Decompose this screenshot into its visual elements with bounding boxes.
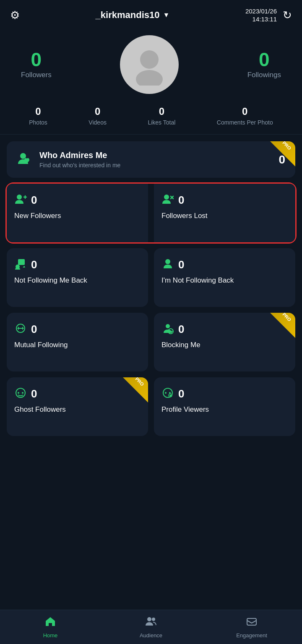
followers-stat[interactable]: 0 Followers <box>21 50 52 79</box>
videos-stat[interactable]: 0 Videos <box>89 106 107 126</box>
svg-point-25 <box>152 618 155 621</box>
mutual-following-label: Mutual Following <box>14 340 141 350</box>
blocking-pro-label: PRO <box>281 313 292 322</box>
followings-label: Followings <box>247 71 281 79</box>
who-admires-card[interactable]: Who Admires Me Find out who's interested… <box>7 141 295 178</box>
nav-engagement[interactable]: Engagement <box>201 615 302 639</box>
profile-section: 0 Followers 0 Followings <box>0 27 302 98</box>
pro-label: PRO <box>281 141 292 151</box>
im-not-following-icon <box>161 257 174 272</box>
im-not-following-count: 0 <box>178 258 184 271</box>
engagement-nav-label: Engagement <box>236 632 267 639</box>
followings-count: 0 <box>259 50 270 69</box>
grid-row-2: 0 Not Following Me Back 0 I'm Not Follow… <box>7 248 295 307</box>
grid-row-4: 0 Ghost Followers PRO 0 <box>7 377 295 436</box>
blocking-me-label: Blocking Me <box>161 340 288 350</box>
comments-count: 0 <box>242 106 247 117</box>
blocking-me-header: 0 <box>161 322 288 336</box>
profile-viewers-count: 0 <box>178 387 184 400</box>
ghost-followers-card[interactable]: 0 Ghost Followers PRO <box>7 377 148 436</box>
svg-point-19 <box>163 388 172 397</box>
not-following-back-count: 0 <box>31 258 37 271</box>
avatar[interactable] <box>120 35 179 94</box>
home-icon <box>44 615 56 630</box>
svg-point-6 <box>164 195 169 200</box>
ghost-followers-icon <box>14 387 27 401</box>
svg-point-2 <box>20 153 26 159</box>
profile-viewers-icon <box>161 387 174 401</box>
ghost-pro-label: PRO <box>134 377 145 387</box>
svg-point-20 <box>165 392 167 394</box>
photos-count: 0 <box>35 106 41 117</box>
new-followers-label: New Followers <box>14 211 141 221</box>
svg-point-24 <box>147 617 151 621</box>
followers-count: 0 <box>31 50 42 69</box>
audience-nav-label: Audience <box>140 632 162 639</box>
who-admires-subtitle: Find out who's interested in me <box>39 162 261 169</box>
svg-point-3 <box>17 195 22 200</box>
mutual-following-count: 0 <box>31 323 37 336</box>
grid-row-3: 0 Mutual Following 0 Blocking Me PRO <box>7 313 295 371</box>
not-following-back-icon <box>14 257 27 272</box>
blocking-me-count: 0 <box>178 323 184 336</box>
followers-lost-header: 0 <box>161 193 288 207</box>
new-followers-card[interactable]: 0 New Followers <box>7 184 148 242</box>
datetime-display: 2023/01/26 14:13:11 <box>245 8 277 23</box>
mutual-following-card[interactable]: 0 Mutual Following <box>7 313 148 371</box>
im-not-following-header: 0 <box>161 257 288 272</box>
blocking-me-card[interactable]: 0 Blocking Me PRO <box>154 313 295 371</box>
followers-lost-card[interactable]: 0 Followers Lost <box>154 184 295 242</box>
username-selector[interactable]: _kirkmandis10 ▼ <box>96 10 170 21</box>
engagement-icon <box>246 615 258 630</box>
likes-stat[interactable]: 0 Likes Total <box>148 106 175 126</box>
avatar-image <box>128 44 170 86</box>
username-text: _kirkmandis10 <box>96 10 160 21</box>
refresh-icon[interactable]: ↻ <box>283 9 292 22</box>
nav-audience[interactable]: Audience <box>101 615 201 639</box>
likes-label: Likes Total <box>148 119 175 126</box>
mutual-following-header: 0 <box>14 322 141 336</box>
header: ⚙ _kirkmandis10 ▼ 2023/01/26 14:13:11 ↻ <box>0 0 302 27</box>
who-admires-content: Who Admires Me Find out who's interested… <box>39 151 261 169</box>
date-text: 2023/01/26 <box>245 8 277 15</box>
admires-icon <box>17 151 32 168</box>
followers-lost-icon <box>161 193 174 207</box>
profile-viewers-label: Profile Viewers <box>161 405 288 414</box>
blocking-me-icon <box>161 322 174 336</box>
profile-viewers-card[interactable]: 0 Profile Viewers <box>154 377 295 436</box>
photos-stat[interactable]: 0 Photos <box>29 106 47 126</box>
header-right: 2023/01/26 14:13:11 ↻ <box>245 8 292 23</box>
videos-count: 0 <box>95 106 100 117</box>
videos-label: Videos <box>89 119 107 126</box>
time-text: 14:13:11 <box>253 16 277 23</box>
chevron-down-icon: ▼ <box>163 11 169 19</box>
svg-point-18 <box>22 392 23 394</box>
settings-icon[interactable]: ⚙ <box>10 9 20 22</box>
nav-home[interactable]: Home <box>0 615 101 639</box>
ghost-followers-label: Ghost Followers <box>14 405 141 414</box>
svg-point-11 <box>165 259 170 264</box>
bottom-nav: Home Audience Engagement <box>0 610 302 644</box>
comments-stat[interactable]: 0 Comments Per Photo <box>217 106 273 126</box>
photos-label: Photos <box>29 119 47 126</box>
im-not-following-card[interactable]: 0 I'm Not Following Back <box>154 248 295 307</box>
who-admires-count: 0 <box>268 153 285 166</box>
home-nav-label: Home <box>43 632 58 639</box>
audience-icon <box>145 615 157 630</box>
followings-stat[interactable]: 0 Followings <box>247 50 281 79</box>
new-followers-header: 0 <box>14 193 141 207</box>
new-followers-count: 0 <box>31 194 37 207</box>
ghost-followers-header: 0 <box>14 387 141 401</box>
not-following-back-header: 0 <box>14 257 141 272</box>
svg-rect-9 <box>18 259 25 265</box>
cards-container: Who Admires Me Find out who's interested… <box>0 135 302 474</box>
followers-lost-label: Followers Lost <box>161 211 288 221</box>
likes-count: 0 <box>159 106 164 117</box>
stats-row: 0 Photos 0 Videos 0 Likes Total 0 Commen… <box>0 98 302 135</box>
profile-viewers-header: 0 <box>161 387 288 401</box>
svg-point-1 <box>136 70 163 86</box>
not-following-back-card[interactable]: 0 Not Following Me Back <box>7 248 148 307</box>
svg-rect-26 <box>247 618 256 625</box>
svg-point-0 <box>140 50 159 69</box>
not-following-back-label: Not Following Me Back <box>14 276 141 285</box>
